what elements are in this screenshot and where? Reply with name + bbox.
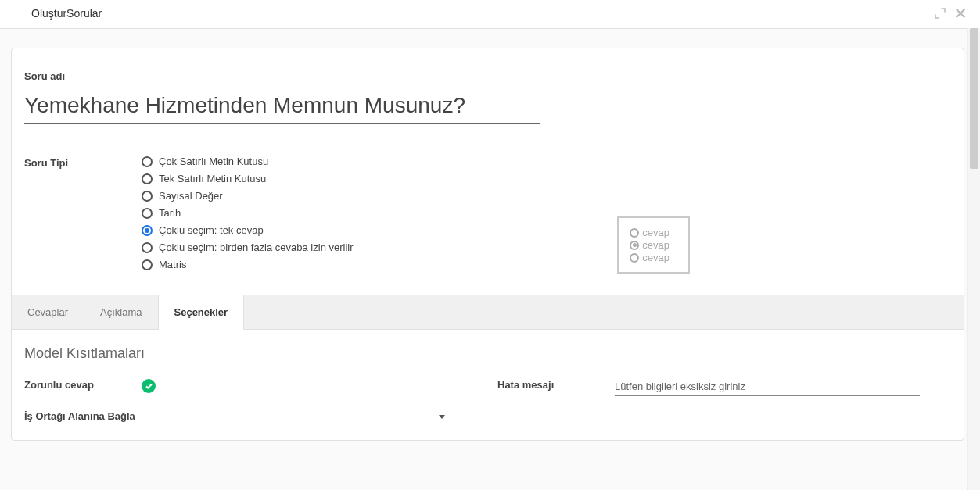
bind-partner-label: İş Ortağı Alanına Bağla [24, 410, 142, 422]
radio-label: Çoklu seçim: birden fazla cevaba izin ve… [159, 241, 354, 253]
radio-multi-choice[interactable]: Çoklu seçim: birden fazla cevaba izin ve… [142, 241, 354, 253]
question-name-input[interactable] [24, 90, 540, 124]
preview-label: cevap [642, 227, 669, 238]
preview-item: cevap [630, 239, 669, 251]
panel-body: Soru adı Soru Tipi Çok Satırlı Metin Kut… [12, 48, 964, 295]
radio-icon [142, 156, 153, 167]
header-controls [933, 6, 967, 20]
options-row: İş Ortağı Alanına Bağla [24, 410, 951, 424]
tab-description[interactable]: Açıklama [84, 295, 158, 329]
scrollbar[interactable] [967, 28, 980, 490]
tab-options[interactable]: Seçenekler [159, 295, 245, 330]
preview-label: cevap [642, 252, 669, 263]
radio-multiline-text[interactable]: Çok Satırlı Metin Kutusu [142, 156, 354, 167]
expand-icon[interactable] [933, 6, 947, 20]
tabs: Cevaplar Açıklama Seçenekler [12, 295, 964, 329]
scrollbar-thumb[interactable] [970, 28, 978, 169]
error-message-label: Hata mesajı [497, 379, 615, 391]
dialog-body: Soru adı Soru Tipi Çok Satırlı Metin Kut… [0, 29, 980, 490]
radio-icon [142, 259, 153, 270]
radio-label: Çoklu seçim: tek cevap [159, 224, 264, 236]
radio-icon [142, 173, 153, 184]
bind-partner-dropdown[interactable] [142, 410, 447, 424]
radio-icon [630, 241, 639, 250]
mandatory-answer-field: Zorunlu cevap [24, 379, 156, 396]
tab-content-options: Model Kısıtlamaları Zorunlu cevap Hata m… [12, 329, 964, 440]
radio-icon [630, 253, 639, 263]
radio-icon [142, 208, 153, 219]
close-icon[interactable] [953, 6, 967, 20]
tab-answers[interactable]: Cevaplar [12, 295, 84, 329]
options-row: Zorunlu cevap Hata mesajı [24, 379, 951, 396]
question-type-row: Soru Tipi Çok Satırlı Metin Kutusu Tek S… [24, 156, 945, 276]
dialog-title: OluşturSorular [31, 7, 102, 20]
radio-label: Sayısal Değer [159, 190, 223, 202]
section-title: Model Kısıtlamaları [24, 345, 951, 362]
radio-label: Tarih [159, 207, 181, 219]
question-preview: cevap cevap cevap [617, 216, 690, 274]
question-type-options: Çok Satırlı Metin Kutusu Tek Satırlı Met… [142, 156, 354, 276]
error-message-field: Hata mesajı [497, 379, 920, 396]
preview-label: cevap [642, 239, 669, 251]
preview-item: cevap [630, 252, 669, 263]
radio-date[interactable]: Tarih [142, 207, 354, 219]
radio-matrix[interactable]: Matris [142, 259, 354, 270]
radio-label: Çok Satırlı Metin Kutusu [159, 156, 268, 167]
radio-numeric[interactable]: Sayısal Değer [142, 190, 354, 202]
radio-icon [630, 228, 639, 238]
radio-label: Tek Satırlı Metin Kutusu [159, 173, 266, 184]
radio-icon [142, 191, 153, 202]
question-type-label: Soru Tipi [24, 156, 142, 276]
dialog-header: OluşturSorular [0, 0, 980, 29]
preview-item: cevap [630, 227, 669, 238]
bind-partner-field: İş Ortağı Alanına Bağla [24, 410, 447, 424]
error-message-input[interactable] [615, 379, 920, 396]
radio-singleline-text[interactable]: Tek Satırlı Metin Kutusu [142, 173, 354, 184]
radio-single-choice[interactable]: Çoklu seçim: tek cevap [142, 224, 354, 236]
main-panel: Soru adı Soru Tipi Çok Satırlı Metin Kut… [11, 48, 964, 441]
mandatory-label: Zorunlu cevap [24, 379, 142, 391]
question-name-label: Soru adı [24, 70, 945, 82]
radio-label: Matris [159, 259, 186, 270]
mandatory-toggle[interactable] [142, 379, 156, 393]
radio-icon [142, 225, 153, 236]
radio-icon [142, 242, 153, 253]
